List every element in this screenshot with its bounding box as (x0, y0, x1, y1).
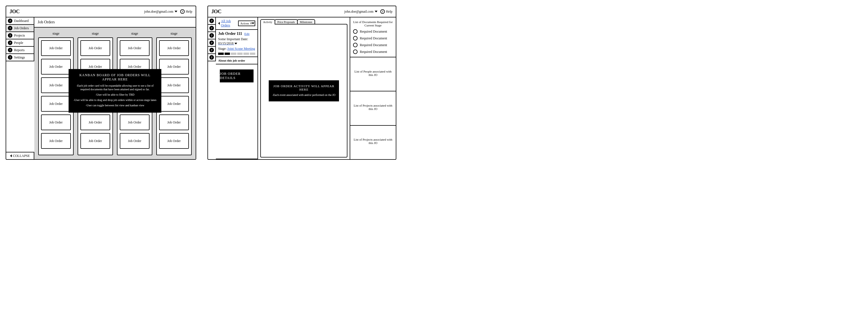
help-label: Help (186, 9, 192, 14)
question-icon: ? (209, 26, 214, 30)
stage-progress (218, 53, 255, 55)
caret-down-icon (175, 11, 177, 12)
topbar: JOC john.doe@gmail.com ? Help (6, 6, 196, 18)
overlay-title: JOB ORDER ACTIVITY WILL APPEAR HERE (272, 84, 336, 91)
panel-title: List of Projects associated with this JO (353, 104, 393, 111)
panel-title: List of Projects associated with this JO (353, 138, 393, 145)
job-order-card[interactable]: Job Order (120, 114, 150, 130)
document-item[interactable]: Required Document (353, 29, 393, 34)
overlay-line: -User will be able to filter by TBD (73, 92, 157, 96)
sidebar-item-label: Job Orders (14, 26, 29, 30)
job-order-card[interactable]: Job Order (159, 133, 189, 149)
overlay-title: KANBAN BOARD OF JOB ORDERS WILL APPEAR H… (73, 73, 157, 81)
user-menu[interactable]: john.doe@gmail.com (144, 9, 177, 14)
sidebar-icon-dashboard[interactable]: ? (208, 18, 216, 25)
radio-icon (353, 43, 358, 47)
job-order-card[interactable]: Job Order (159, 96, 189, 112)
help-link[interactable]: ? Help (180, 9, 192, 14)
brand-logo: JOC (211, 9, 221, 15)
icon-sidebar: ? ? ? ? ? ? (208, 18, 216, 159)
date-label: Some Important Date: (218, 37, 248, 41)
question-icon: ? (209, 55, 214, 60)
topbar: JOC john.doe@gmail.com ? Help (208, 6, 396, 18)
sidebar-item-job-orders[interactable]: ? Job Orders (6, 25, 34, 32)
projects-panel: List of Projects associated with this JO (350, 91, 396, 125)
job-order-card[interactable]: Job Order (81, 114, 110, 130)
sidebar-icon-settings[interactable]: ? (208, 54, 216, 61)
sidebar-item-reports[interactable]: ? Reports (6, 47, 34, 54)
lane-title: stage (170, 31, 178, 36)
lane-title: stage (131, 31, 138, 36)
overlay-line: -Each job order card will be expandable … (73, 84, 157, 91)
sidebar-icon-reports[interactable]: ? (208, 47, 216, 54)
radio-icon (353, 50, 358, 54)
actions-label: Actions (239, 22, 251, 25)
date-picker[interactable]: 03/15/2018 (218, 41, 235, 45)
sidebar-icon-job-orders[interactable]: ? (208, 25, 216, 32)
brand-logo: JOC (9, 9, 20, 15)
sidebar-icon-people[interactable]: ? (208, 39, 216, 47)
kanban-board: stage Job Order Job Order Job Order Job … (34, 28, 196, 159)
job-order-card[interactable]: Job Order (159, 40, 189, 56)
question-icon: ? (8, 40, 12, 45)
job-order-card[interactable]: Job Order (159, 114, 189, 130)
sidebar-item-settings[interactable]: ? Settings (6, 54, 34, 61)
help-link[interactable]: ? Help (380, 9, 393, 14)
question-icon: ? (8, 26, 12, 30)
stage-label: Stage: (218, 47, 226, 51)
actions-dropdown[interactable]: Actions (238, 21, 255, 26)
chevron-left-icon (10, 154, 12, 157)
tab-activity[interactable]: Activity (260, 19, 275, 25)
documents-panel: List of Documents Required for Current S… (350, 18, 396, 57)
job-order-card[interactable]: Job Order (41, 40, 71, 56)
back-link[interactable]: All Job Orders (218, 19, 238, 28)
sidebar: ? Dashboard ? Job Orders ? Projects ? Pe… (6, 18, 34, 159)
collapse-button[interactable]: COLLAPSE (6, 152, 34, 159)
projects-panel-2: List of Projects associated with this JO (350, 126, 396, 159)
document-item[interactable]: Required Document (353, 43, 393, 47)
window-job-orders-list: JOC john.doe@gmail.com ? Help ? Dashboar… (6, 6, 196, 160)
window-job-order-detail: JOC john.doe@gmail.com ? Help ? ? ? ? ? … (208, 6, 396, 160)
overlay-line: -Each event associated with and/or perfo… (272, 93, 336, 96)
lane-title: stage (53, 31, 60, 36)
lane-body[interactable]: Job Order Job Order Job Order Job Order … (156, 37, 192, 155)
radio-icon (353, 29, 358, 34)
sidebar-item-dashboard[interactable]: ? Dashboard (6, 18, 34, 25)
progress-segment (218, 53, 224, 55)
job-order-card[interactable]: Job Order (81, 133, 110, 149)
document-item[interactable]: Required Document (353, 50, 393, 54)
job-order-card[interactable]: Job Order (41, 96, 71, 112)
job-order-card[interactable]: Job Order (120, 133, 150, 149)
activity-overlay: JOB ORDER ACTIVITY WILL APPEAR HERE -Eac… (269, 80, 339, 101)
stage-link[interactable]: Joint Scope Meeting (227, 47, 255, 51)
overlay-line: -User will be able to drag and drop job … (73, 98, 157, 102)
job-order-card[interactable]: Job Order (81, 40, 110, 56)
lane-title: stage (92, 31, 99, 36)
user-menu[interactable]: john.doe@gmail.com (344, 9, 377, 14)
caret-down-icon (235, 43, 237, 45)
caret-down-icon (252, 23, 254, 24)
job-order-card[interactable]: Job Order (120, 40, 150, 56)
back-link-label: All Job Orders (221, 19, 238, 28)
sidebar-item-label: Projects (14, 33, 25, 38)
help-icon: ? (380, 9, 385, 14)
job-order-card[interactable]: Job Order (41, 77, 71, 93)
job-order-card[interactable]: Job Order (41, 114, 71, 130)
document-item[interactable]: Required Document (353, 36, 393, 40)
sidebar-item-projects[interactable]: ? Projects (6, 32, 34, 39)
help-icon: ? (180, 9, 185, 14)
sidebar-icon-projects[interactable]: ? (208, 32, 216, 39)
job-order-title: Job Order 111 (218, 31, 242, 36)
page-title: Job Orders (34, 18, 196, 28)
job-order-card[interactable]: Job Order (159, 59, 189, 75)
people-panel: List of People associated with this JO (350, 57, 396, 91)
job-order-header: Job Order 111 Edit Some Important Date: … (216, 30, 258, 57)
edit-link[interactable]: Edit (244, 32, 249, 35)
about-section: About this job order JOB ORDER DETAILS (216, 57, 258, 159)
about-title: About this job order (216, 57, 257, 64)
job-order-card[interactable]: Job Order (159, 77, 189, 93)
job-order-card[interactable]: Job Order (41, 133, 71, 149)
job-order-card[interactable]: Job Order (41, 59, 71, 75)
back-actions-row: All Job Orders Actions (216, 18, 258, 30)
sidebar-item-people[interactable]: ? People (6, 39, 34, 47)
